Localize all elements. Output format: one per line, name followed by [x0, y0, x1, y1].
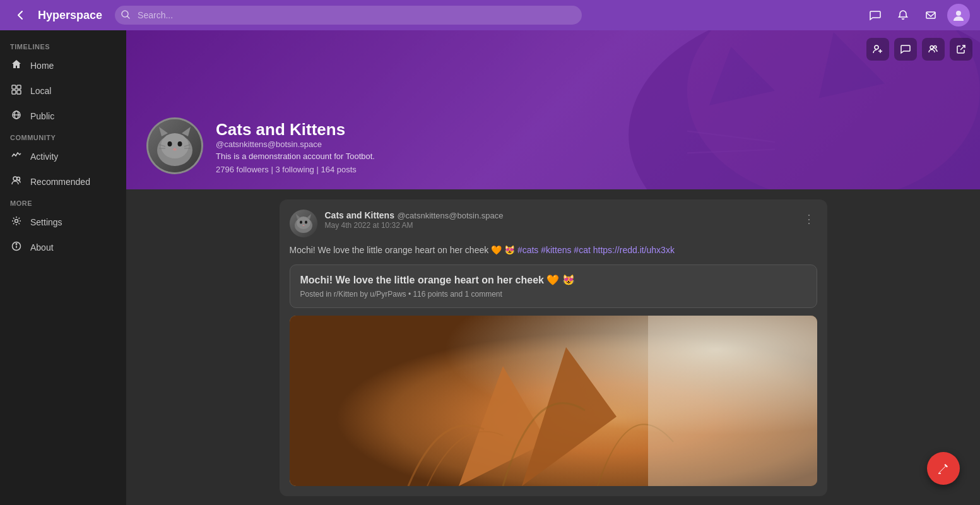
mail-icon-button[interactable]: [919, 4, 942, 27]
search-input[interactable]: [115, 6, 582, 25]
svg-rect-1: [926, 12, 935, 18]
more-section-label: More: [0, 194, 126, 210]
svg-marker-31: [182, 127, 191, 136]
svg-point-2: [956, 11, 961, 16]
sidebar-item-public-label: Public: [30, 111, 54, 121]
compose-icon-button[interactable]: [864, 4, 887, 27]
post-link[interactable]: https://redd.it/uhx3xk: [593, 245, 675, 255]
link-preview-title: Mochi! We love the little orange heart o…: [300, 274, 806, 286]
post-time: May 4th 2022 at 10:32 AM: [325, 221, 793, 230]
community-section-label: Community: [0, 129, 126, 144]
search-icon: [121, 10, 130, 21]
svg-rect-6: [17, 90, 21, 94]
svg-point-12: [15, 220, 18, 223]
svg-point-32: [168, 141, 172, 146]
svg-line-27: [960, 45, 965, 50]
message-button[interactable]: [894, 38, 917, 61]
svg-point-26: [934, 46, 936, 49]
about-icon: [10, 241, 23, 254]
post-header: Cats and Kittens @catsnkittens@botsin.sp…: [290, 210, 817, 237]
svg-point-44: [305, 221, 307, 224]
post-avatar: [290, 210, 317, 237]
external-link-button[interactable]: [950, 38, 972, 61]
svg-point-29: [161, 133, 189, 158]
home-icon: [10, 59, 23, 72]
svg-point-15: [16, 244, 17, 245]
svg-rect-4: [17, 85, 21, 89]
profile-header: Cats and Kittens @catsnkittens@botsin.sp…: [126, 30, 980, 189]
topbar-actions: [864, 4, 970, 27]
sidebar-item-about[interactable]: About: [0, 235, 126, 260]
post-meta: Cats and Kittens @catsnkittens@botsin.sp…: [325, 210, 793, 230]
svg-rect-50: [648, 316, 817, 486]
post-author-name: Cats and Kittens: [325, 210, 394, 220]
settings-icon: [10, 216, 23, 229]
recommended-icon: [10, 175, 23, 188]
topbar: Hyperspace: [0, 0, 980, 30]
profile-stats: 2796 followers | 3 following | 164 posts: [216, 165, 375, 174]
svg-point-22: [875, 45, 878, 49]
profile-info: Cats and Kittens @catsnkittens@botsin.sp…: [146, 117, 375, 174]
profile-name: Cats and Kittens: [216, 120, 375, 140]
sidebar-item-activity[interactable]: Activity: [0, 144, 126, 169]
profile-text: Cats and Kittens @catsnkittens@botsin.sp…: [216, 120, 375, 174]
main-layout: Timelines Home Local: [0, 30, 980, 505]
sidebar-item-home[interactable]: Home: [0, 53, 126, 78]
sidebar-item-local-label: Local: [30, 86, 51, 96]
users-button[interactable]: [922, 38, 945, 61]
hashtags: #cats #kittens #cat: [517, 245, 591, 255]
local-icon: [10, 85, 23, 97]
svg-point-33: [178, 141, 182, 146]
compose-fab-button[interactable]: [927, 452, 960, 485]
post-author-handle: @catsnkittens@botsin.space: [397, 211, 503, 220]
post-body-text: Mochi! We love the little orange heart o…: [290, 244, 817, 257]
svg-marker-30: [159, 127, 168, 136]
timelines-section-label: Timelines: [0, 38, 126, 53]
svg-point-25: [930, 46, 933, 49]
notification-icon-button[interactable]: [892, 4, 914, 27]
activity-icon: [10, 150, 23, 163]
post-author-line: Cats and Kittens @catsnkittens@botsin.sp…: [325, 210, 793, 221]
sidebar-item-activity-label: Activity: [30, 152, 58, 162]
content-area: Cats and Kittens @catsnkittens@botsin.sp…: [126, 30, 980, 505]
svg-rect-3: [12, 85, 16, 89]
post-image: [290, 316, 817, 486]
post-menu-button[interactable]: ⋮: [801, 210, 817, 229]
back-button[interactable]: [10, 5, 30, 25]
sidebar-item-recommended-label: Recommended: [30, 177, 90, 187]
profile-bio: This is a demonstration account for Toot…: [216, 152, 375, 161]
sidebar-item-home-label: Home: [30, 61, 54, 71]
link-preview-card[interactable]: Mochi! We love the little orange heart o…: [290, 264, 817, 308]
link-preview-sub: Posted in r/Kitten by u/PyrPaws • 116 po…: [300, 290, 806, 299]
sidebar-item-recommended[interactable]: Recommended: [0, 169, 126, 194]
sidebar-item-settings[interactable]: Settings: [0, 210, 126, 235]
add-user-button[interactable]: [866, 38, 889, 61]
profile-handle: @catsnkittens@botsin.space: [216, 140, 375, 149]
public-icon: [10, 110, 23, 122]
sidebar-item-local[interactable]: Local: [0, 78, 126, 104]
profile-avatar: [146, 117, 203, 174]
sidebar: Timelines Home Local: [0, 30, 126, 505]
svg-rect-5: [12, 90, 16, 94]
sidebar-item-public[interactable]: Public: [0, 104, 126, 129]
search-bar[interactable]: [115, 6, 582, 25]
sidebar-item-about-label: About: [30, 242, 54, 252]
svg-point-11: [17, 177, 20, 181]
feed: Cats and Kittens @catsnkittens@botsin.sp…: [269, 189, 837, 505]
app-logo: Hyperspace: [38, 9, 102, 22]
post-card: Cats and Kittens @catsnkittens@botsin.sp…: [280, 199, 827, 496]
sidebar-item-settings-label: Settings: [30, 217, 62, 227]
profile-header-actions: [866, 38, 972, 61]
svg-point-43: [300, 221, 302, 224]
user-avatar[interactable]: [947, 4, 970, 27]
